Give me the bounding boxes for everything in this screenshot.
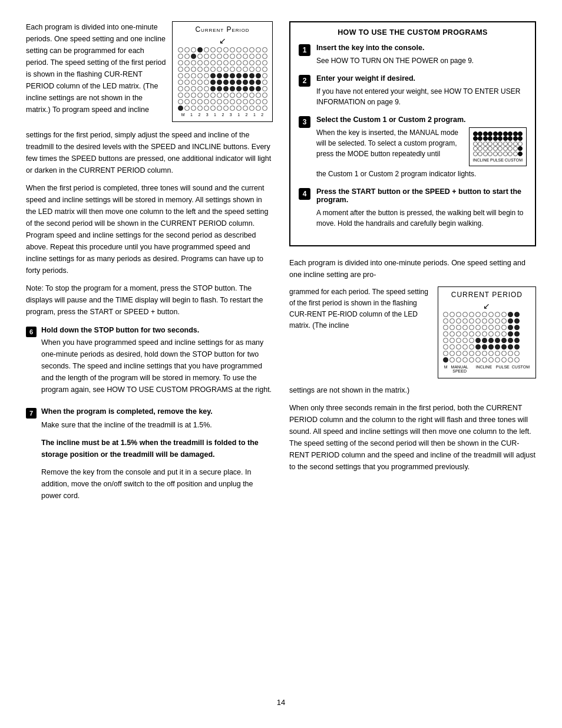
right-each-program: Each program is divided into one-minute … — [289, 257, 536, 281]
led-matrix-bottom-title: CURRENT PERIOD — [443, 291, 531, 299]
left-column: Each program is divided into one-minute … — [26, 21, 273, 687]
step3-text2: the Custom 1 or Custom 2 program indicat… — [316, 169, 527, 179]
step6-text: When you have programmed speed and incli… — [41, 337, 273, 396]
left-para3: Note: To stop the program for a moment, … — [26, 282, 273, 318]
right-step-2: 2 Enter your weight if desired. If you h… — [299, 74, 527, 107]
step7-text2: The incline must be at 1.5% when the tre… — [41, 437, 273, 460]
step1-text: See HOW TO TURN ON THE POWER on page 9. — [316, 55, 527, 66]
period-text: grammed for each period. The speed setti… — [289, 286, 432, 332]
step7-text3: Remove the key from the console and put … — [41, 466, 273, 502]
led-matrix-top: Current Period ↙ — [172, 21, 273, 122]
left-step-6: 6 Hold down the STOP button for two seco… — [26, 326, 273, 401]
step4-text: A moment after the button is pressed, th… — [316, 207, 527, 229]
step3-text1: When the key is inserted, the MANUAL mod… — [316, 127, 463, 159]
left-intro-para2: settings for the first period, simply ad… — [26, 129, 273, 176]
how-to-title: HOW TO USE THE CUSTOM PROGRAMS — [299, 28, 527, 37]
page-number: 14 — [26, 698, 536, 707]
period-section: grammed for each period. The speed setti… — [289, 286, 536, 378]
how-to-box: HOW TO USE THE CUSTOM PROGRAMS 1 Insert … — [289, 21, 536, 246]
right-para-when: When only three seconds remain in the fi… — [289, 402, 536, 473]
right-column: HOW TO USE THE CUSTOM PROGRAMS 1 Insert … — [289, 21, 536, 687]
step3-label: Select the Custom 1 or Custom 2 program. — [316, 116, 466, 124]
step1-label: Insert the key into the console. — [316, 44, 424, 52]
step7-label: When the program is completed, remove th… — [41, 407, 213, 416]
right-step-1: 1 Insert the key into the console. See H… — [299, 44, 527, 66]
two-column-layout: Each program is divided into one-minute … — [26, 21, 536, 687]
left-intro-para: Each program is divided into one-minute … — [26, 21, 166, 116]
period-settings: settings are not shown in the matrix.) — [289, 384, 536, 396]
step2-label: Enter your weight if desired. — [316, 74, 415, 83]
right-step-4: 4 Press the START button or the SPEED + … — [299, 187, 527, 229]
page: Each program is divided into one-minute … — [0, 0, 562, 728]
small-matrix-step3: INCLINE PULSE CUSTOM — [469, 127, 527, 166]
step6-label: Hold down the STOP button for two second… — [41, 326, 199, 334]
left-para2: When the first period is completed, thre… — [26, 182, 273, 276]
right-step-3: 3 Select the Custom 1 or Custom 2 progra… — [299, 116, 527, 179]
left-step-7: 7 When the program is completed, remove … — [26, 407, 273, 508]
step2-text: If you have not entered your weight, see… — [316, 86, 527, 107]
step4-label: Press the START button or the SPEED + bu… — [316, 187, 521, 204]
led-matrix-top-title: Current Period — [177, 25, 267, 34]
led-matrix-bottom: CURRENT PERIOD ↙ — [438, 286, 536, 378]
step7-text1: Make sure that the incline of the treadm… — [41, 419, 273, 431]
